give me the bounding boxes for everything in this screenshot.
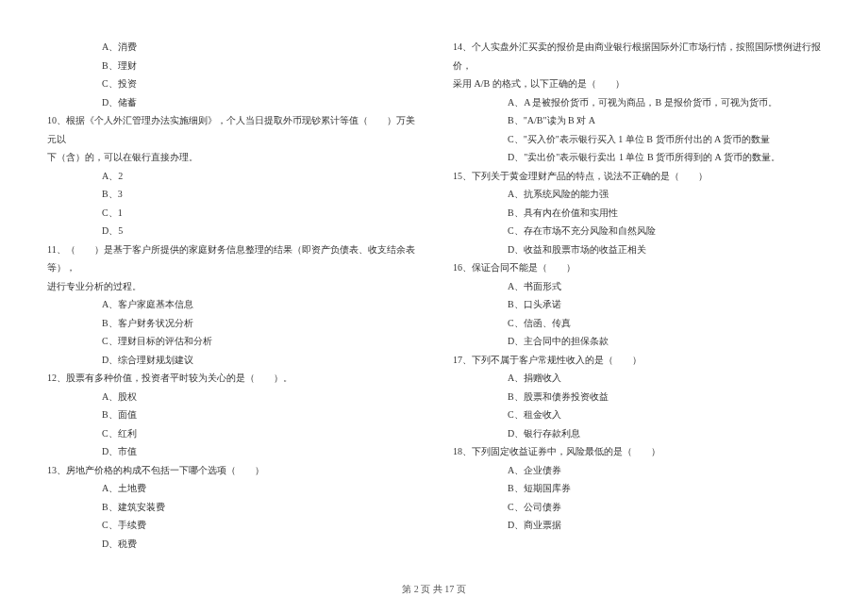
q11-line2: 进行专业分析的过程。 [47,277,415,296]
q13-opt-a: A、土地费 [47,479,415,498]
q13-opt-b: B、建筑安装费 [47,498,415,517]
q11-opt-b: B、客户财务状况分析 [47,314,415,333]
q12: 12、股票有多种价值，投资者平时较为关心的是（ ）。 [47,369,415,388]
q12-opt-d: D、市值 [47,442,415,461]
q10-line1: 10、根据《个人外汇管理办法实施细则》，个人当日提取外币现钞累计等值（ ）万美元… [47,111,415,148]
q17-opt-d: D、银行存款利息 [453,424,821,443]
q10-opt-a: A、2 [47,167,415,186]
q17: 17、下列不属于客户常规性收入的是（ ） [453,351,821,370]
q18: 18、下列固定收益证券中，风险最低的是（ ） [453,442,821,461]
q17-opt-c: C、租金收入 [453,406,821,424]
q15: 15、下列关于黄金理财产品的特点，说法不正确的是（ ） [453,167,821,186]
q16-opt-c: C、信函、传真 [453,314,821,333]
page-content: A、消费 B、理财 C、投资 D、储蓄 10、根据《个人外汇管理办法实施细则》，… [47,38,821,566]
q10-opt-b: B、3 [47,185,415,204]
q18-opt-d: D、商业票据 [453,516,821,535]
q14-line1: 14、个人实盘外汇买卖的报价是由商业银行根据国际外汇市场行情，按照国际惯例进行报… [453,38,821,75]
right-column: 14、个人实盘外汇买卖的报价是由商业银行根据国际外汇市场行情，按照国际惯例进行报… [453,38,821,566]
q14-opt-b: B、"A/B"读为 B 对 A [453,111,821,130]
q11-opt-c: C、理财目标的评估和分析 [47,332,415,351]
q14-opt-d: D、"卖出价"表示银行卖出 1 单位 B 货币所得到的 A 货币的数量。 [453,148,821,167]
q14-opt-a: A、A 是被报价货币，可视为商品，B 是报价货币，可视为货币。 [453,93,821,112]
q10-opt-c: C、1 [47,204,415,223]
q16: 16、保证合同不能是（ ） [453,258,821,277]
q12-opt-a: A、股权 [47,388,415,406]
q15-opt-b: B、具有内在价值和实用性 [453,204,821,223]
q15-opt-d: D、收益和股票市场的收益正相关 [453,240,821,259]
q16-opt-a: A、书面形式 [453,277,821,296]
q15-opt-a: A、抗系统风险的能力强 [453,185,821,204]
q13: 13、房地产价格的构成不包括一下哪个选项（ ） [47,461,415,480]
q18-opt-c: C、公司债券 [453,498,821,517]
q10-line2: 下（含）的，可以在银行直接办理。 [47,148,415,167]
q9-opt-a: A、消费 [47,38,415,57]
q10-opt-d: D、5 [47,222,415,240]
q12-opt-b: B、面值 [47,406,415,424]
q17-opt-a: A、捐赠收入 [453,369,821,388]
q18-opt-b: B、短期国库券 [453,479,821,498]
q9-opt-b: B、理财 [47,57,415,75]
q16-opt-d: D、主合同中的担保条款 [453,332,821,351]
q9-opt-c: C、投资 [47,75,415,93]
q11-opt-d: D、综合理财规划建议 [47,351,415,370]
q17-opt-b: B、股票和债券投资收益 [453,388,821,406]
q16-opt-b: B、口头承诺 [453,295,821,314]
q12-opt-c: C、红利 [47,424,415,443]
q18-opt-a: A、企业债券 [453,461,821,480]
q11-opt-a: A、客户家庭基本信息 [47,295,415,314]
q9-opt-d: D、储蓄 [47,93,415,112]
q13-opt-d: D、税费 [47,535,415,554]
left-column: A、消费 B、理财 C、投资 D、储蓄 10、根据《个人外汇管理办法实施细则》，… [47,38,415,566]
q13-opt-c: C、手续费 [47,516,415,535]
q15-opt-c: C、存在市场不充分风险和自然风险 [453,222,821,240]
q11-line1: 11、（ ）是基于客户所提供的家庭财务信息整理的结果（即资产负债表、收支结余表等… [47,240,415,277]
page-footer: 第 2 页 共 17 页 [0,583,868,596]
q14-line2: 采用 A/B 的格式，以下正确的是（ ） [453,75,821,93]
q14-opt-c: C、"买入价"表示银行买入 1 单位 B 货币所付出的 A 货币的数量 [453,130,821,149]
